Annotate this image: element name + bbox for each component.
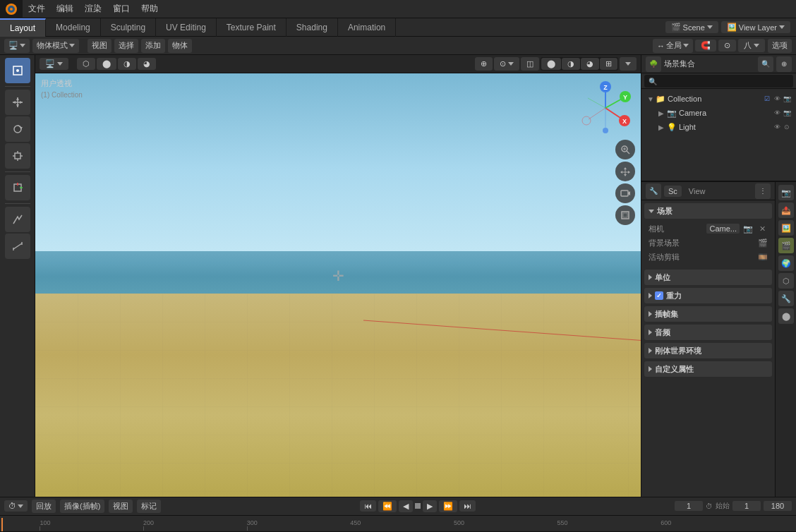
tree-row-camera[interactable]: ▶ 📷 Camera 👁 📷 xyxy=(644,106,793,120)
units-section-header[interactable]: 单位 xyxy=(644,270,772,285)
prop-options-btn[interactable]: ⋮ xyxy=(755,183,771,199)
tab-modeling[interactable]: Modeling xyxy=(46,18,101,37)
start-frame-input[interactable] xyxy=(732,501,761,511)
outliner-type-icon[interactable]: 🌳 xyxy=(646,56,661,72)
add-menu[interactable]: 添加 xyxy=(141,39,165,53)
outliner-search-icon[interactable]: 🔍 xyxy=(758,56,773,72)
proportional-edit-btn[interactable]: ⊙ xyxy=(718,40,736,52)
active-clip-icon[interactable]: 🎞️ xyxy=(758,253,768,262)
tool-scale[interactable] xyxy=(5,143,30,169)
properties-type-icon[interactable]: 🔧 xyxy=(646,183,661,199)
menu-file[interactable]: 文件 xyxy=(23,0,51,18)
timeline-type-selector[interactable]: ⏱ xyxy=(4,500,28,512)
tab-uv-editing[interactable]: UV Editing xyxy=(156,18,217,37)
object-mode-selector[interactable]: 物体模式 xyxy=(32,39,79,53)
keying-section-header[interactable]: 插帧集 xyxy=(644,306,772,322)
collection-visibility-checkbox[interactable]: ☑ xyxy=(762,94,772,104)
tab-sculpting[interactable]: Sculpting xyxy=(101,18,156,37)
nav-ortho-btn[interactable] xyxy=(615,205,635,225)
prop-icon-world[interactable]: 🌍 xyxy=(778,255,794,271)
step-fwd-btn[interactable]: ⏭ xyxy=(459,500,476,512)
nav-zoom-btn[interactable] xyxy=(615,140,635,159)
prop-icon-object[interactable]: ⬡ xyxy=(778,273,794,289)
tool-rotate[interactable] xyxy=(5,116,30,142)
shade-material[interactable]: ◑ xyxy=(118,58,136,70)
rigid-section-header[interactable]: 刚体世界环境 xyxy=(644,343,772,358)
select-btn[interactable]: 选项 xyxy=(768,39,792,53)
tab-texture-paint[interactable]: Texture Paint xyxy=(217,18,287,37)
camera-close-btn[interactable]: ✕ xyxy=(756,224,768,234)
light-visibility-eye[interactable]: 👁 xyxy=(772,122,782,132)
tool-transform[interactable] xyxy=(5,175,30,200)
prop-icon-scene[interactable]: 🎬 xyxy=(778,238,794,253)
timeline-cursor[interactable] xyxy=(1,518,3,532)
nav-pan-btn[interactable] xyxy=(615,162,635,181)
jump-fwd-btn[interactable]: ⏩ xyxy=(439,500,457,512)
camera-render-icon[interactable]: 📷 xyxy=(782,108,792,118)
prop-tab-view[interactable]: View xyxy=(685,186,710,197)
editor-type-btn[interactable]: 🖥️ xyxy=(40,58,68,70)
collection-expand[interactable]: ▼ xyxy=(647,95,656,103)
shading-rendered-right[interactable]: ◕ xyxy=(581,58,599,70)
light-expand[interactable]: ▶ xyxy=(658,123,667,131)
tab-animation[interactable]: Animation xyxy=(338,18,396,37)
prop-icon-particles[interactable]: ⬤ xyxy=(778,308,794,324)
jump-start-btn[interactable]: ⏮ xyxy=(360,500,376,512)
nav-camera-btn[interactable] xyxy=(615,183,635,203)
viewport[interactable]: ✛ 🖥️ ⬡ ⬤ ◑ ◕ ⊕ ⊙ xyxy=(35,55,641,497)
light-render-icon[interactable]: ⊙ xyxy=(782,122,792,132)
camera-expand[interactable]: ▶ xyxy=(658,109,667,117)
insert-btn[interactable]: 插像(插帧) xyxy=(60,500,104,513)
tree-row-collection[interactable]: ▼ 📁 Collection ☑ 👁 📷 xyxy=(644,92,793,106)
shade-rendered[interactable]: ◕ xyxy=(138,58,156,70)
outliner-filter-icon[interactable]: ⊕ xyxy=(776,56,792,72)
axis-gizmo[interactable]: Z X Y xyxy=(577,80,634,136)
shade-wireframe[interactable]: ⬡ xyxy=(77,58,95,70)
xray-toggle[interactable]: ◫ xyxy=(521,57,539,71)
collection-render-camera[interactable]: 📷 xyxy=(782,94,792,104)
tree-row-light[interactable]: ▶ 💡 Light 👁 ⊙ xyxy=(644,120,793,134)
tab-shading[interactable]: Shading xyxy=(287,18,338,37)
tool-select-box[interactable] xyxy=(5,58,30,83)
tool-measure[interactable] xyxy=(5,234,30,259)
jump-back-btn[interactable]: ◀ xyxy=(399,500,413,512)
shading-solid-right[interactable]: ⬤ xyxy=(541,58,561,70)
gravity-section-header[interactable]: ✓ 重力 xyxy=(644,288,772,303)
camera-visibility-eye[interactable]: 👁 xyxy=(772,108,782,118)
view-layer-selector[interactable]: 🖼️ View Layer xyxy=(721,21,790,33)
prop-icon-view-layer[interactable]: 🖼️ xyxy=(778,220,794,236)
view-btn[interactable]: 视图 xyxy=(109,500,133,513)
custom-section-header[interactable]: 自定义属性 xyxy=(644,361,772,377)
prop-icon-modifier[interactable]: 🔧 xyxy=(778,291,794,306)
viewport-settings-btn[interactable] xyxy=(620,57,637,71)
current-frame-input[interactable] xyxy=(675,501,703,511)
shade-solid[interactable]: ⬤ xyxy=(97,58,116,70)
object-menu[interactable]: 物体 xyxy=(168,39,192,53)
prop-icon-output[interactable]: 📤 xyxy=(778,202,794,218)
collection-visibility-eye[interactable]: 👁 xyxy=(772,94,782,104)
scene-selector[interactable]: 🎬 Scene xyxy=(665,21,718,33)
snap-btn[interactable]: 🧲 xyxy=(695,40,716,52)
editor-type-selector[interactable]: 🖥️ xyxy=(4,39,30,53)
camera-prop-value[interactable]: Came... xyxy=(706,224,740,234)
shading-material-right[interactable]: ◑ xyxy=(562,58,580,70)
bg-scene-icon[interactable]: 🎬 xyxy=(758,238,768,248)
menu-window[interactable]: 窗口 xyxy=(107,0,135,18)
pivot-selector[interactable]: 八 xyxy=(738,39,765,52)
audio-section-header[interactable]: 音频 xyxy=(644,325,772,340)
menu-edit[interactable]: 编辑 xyxy=(51,0,79,18)
prop-icon-render[interactable]: 📷 xyxy=(778,185,794,200)
camera-prop-icon[interactable]: 📷 xyxy=(742,224,754,234)
end-frame-input[interactable] xyxy=(764,501,792,511)
tool-annotate[interactable] xyxy=(5,207,30,232)
step-back-btn[interactable]: ⏪ xyxy=(378,500,397,512)
playback-btn[interactable]: 回放 xyxy=(32,500,56,513)
tool-move[interactable] xyxy=(5,90,30,115)
select-menu[interactable]: 选择 xyxy=(114,39,138,53)
viewport-gizmo-toggle[interactable]: ⊕ xyxy=(475,57,493,71)
timeline-ruler[interactable]: 100 200 300 450 500 550 600 xyxy=(0,516,796,532)
menu-help[interactable]: 帮助 xyxy=(135,0,164,18)
scene-section-header[interactable]: 场景 xyxy=(644,203,772,219)
marker-btn[interactable]: 标记 xyxy=(137,500,161,513)
menu-render[interactable]: 渲染 xyxy=(79,0,107,18)
